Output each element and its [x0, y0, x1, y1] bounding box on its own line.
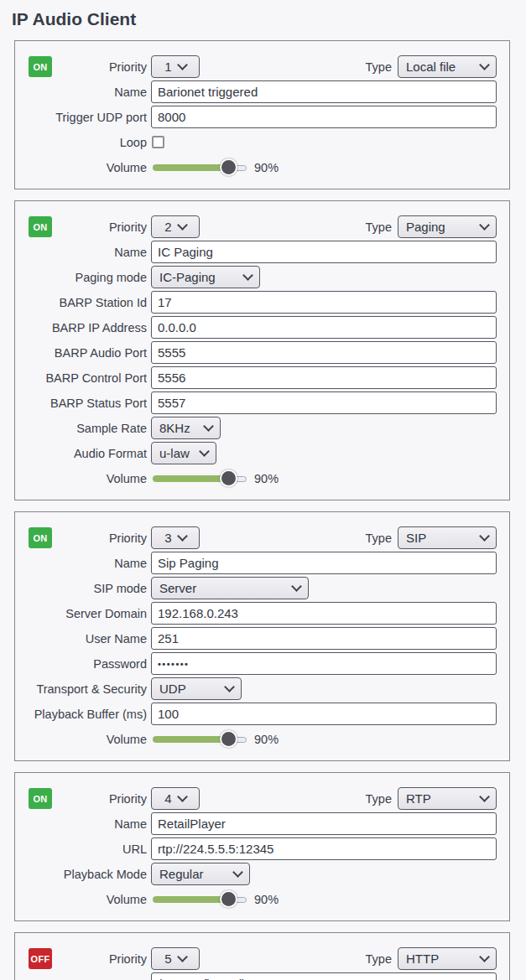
trigger-udp-port-input[interactable] — [151, 106, 497, 128]
barp-audio-port-input[interactable] — [151, 341, 497, 364]
field-label: Audio Format — [29, 447, 151, 460]
volume-slider[interactable] — [153, 890, 247, 908]
priority-label: Priority — [52, 531, 151, 545]
client-panel-2: ON Priority 2 Type Paging Name Paging mo… — [14, 200, 510, 500]
field-label: Name — [29, 557, 151, 570]
field-label: Trigger UDP port — [29, 111, 151, 124]
select-value: u-law — [159, 446, 190, 460]
barp-station-id-input[interactable] — [151, 291, 497, 314]
priority-select[interactable]: 4 — [151, 787, 200, 810]
sip-mode-select[interactable]: Server — [151, 577, 309, 599]
volume-value: 90% — [254, 893, 279, 906]
select-value: UDP — [159, 682, 186, 696]
status-badge: ON — [29, 788, 52, 809]
field-label: Sample Rate — [29, 422, 151, 435]
type-label: Type — [366, 60, 392, 74]
volume-slider[interactable] — [153, 730, 247, 748]
priority-value: 3 — [164, 531, 171, 545]
barp-status-port-input[interactable] — [151, 391, 497, 414]
priority-select[interactable]: 5 — [151, 947, 200, 970]
type-select[interactable]: HTTP — [398, 947, 497, 970]
page-title: IP Audio Client — [12, 9, 526, 29]
volume-value: 90% — [254, 472, 279, 485]
sample-rate-select[interactable]: 8KHz — [151, 417, 221, 439]
field-label: Paging mode — [29, 271, 151, 284]
password-input[interactable] — [151, 652, 497, 675]
paging-mode-select[interactable]: IC-Paging — [151, 266, 260, 288]
volume-slider[interactable] — [153, 158, 247, 176]
barp-ip-address-input[interactable] — [151, 316, 497, 339]
type-select[interactable]: Paging — [398, 215, 497, 238]
chevron-down-icon — [479, 951, 490, 962]
chevron-down-icon — [177, 220, 188, 231]
priority-label: Priority — [52, 792, 151, 806]
transport-security-select[interactable]: UDP — [151, 677, 242, 700]
client-panel-5: OFF Priority 5 Type HTTP Name — [14, 932, 510, 980]
priority-select[interactable]: 2 — [151, 215, 200, 238]
slider-handle[interactable] — [220, 730, 237, 748]
loop-checkbox[interactable] — [152, 136, 164, 148]
type-select[interactable]: SIP — [398, 526, 497, 549]
priority-label: Priority — [52, 952, 151, 966]
chevron-down-icon — [479, 791, 490, 802]
user-name-input[interactable] — [151, 627, 497, 650]
name-input[interactable] — [151, 552, 497, 574]
chevron-down-icon — [479, 220, 490, 231]
priority-value: 4 — [164, 791, 171, 806]
client-panel-1: ON Priority 1 Type Local file Name Trigg… — [14, 40, 510, 189]
field-label: Name — [29, 817, 151, 831]
field-label: User Name — [29, 632, 151, 646]
field-label: Server Domain — [29, 607, 151, 620]
playback-mode-select[interactable]: Regular — [151, 863, 250, 885]
field-label: Name — [29, 977, 151, 980]
playback-buffer-input[interactable] — [151, 703, 497, 725]
chevron-down-icon — [177, 60, 188, 70]
audio-format-select[interactable]: u-law — [151, 442, 216, 464]
type-select[interactable]: Local file — [398, 55, 497, 78]
chevron-down-icon — [479, 60, 490, 70]
url-input[interactable] — [151, 837, 497, 860]
name-input[interactable] — [151, 812, 497, 835]
type-select[interactable]: RTP — [398, 787, 497, 810]
field-label: Transport & Security — [29, 682, 151, 696]
select-value: Regular — [159, 867, 204, 881]
field-label: URL — [29, 843, 151, 856]
barp-control-port-input[interactable] — [151, 366, 497, 389]
slider-handle[interactable] — [220, 890, 237, 908]
field-label: BARP Status Port — [29, 397, 151, 410]
chevron-down-icon — [224, 682, 235, 692]
status-badge: ON — [29, 56, 52, 77]
priority-select[interactable]: 1 — [151, 55, 200, 78]
type-value: HTTP — [406, 951, 439, 966]
client-panel-3: ON Priority 3 Type SIP Name SIP mode Ser… — [14, 511, 510, 761]
field-label: Name — [29, 246, 151, 259]
field-label: Password — [29, 657, 151, 671]
name-input[interactable] — [151, 241, 497, 263]
type-value: Paging — [406, 220, 445, 234]
volume-slider[interactable] — [153, 469, 247, 487]
priority-value: 2 — [164, 220, 171, 234]
status-badge: ON — [29, 527, 52, 548]
server-domain-input[interactable] — [151, 602, 497, 625]
type-label: Type — [366, 792, 392, 806]
type-label: Type — [366, 220, 392, 234]
slider-handle[interactable] — [220, 469, 237, 487]
field-label: SIP mode — [29, 582, 151, 595]
type-label: Type — [366, 531, 392, 545]
field-label: BARP IP Address — [29, 321, 151, 334]
priority-select[interactable]: 3 — [151, 526, 200, 549]
volume-label: Volume — [29, 733, 151, 746]
chevron-down-icon — [177, 951, 188, 962]
field-label: BARP Station Id — [29, 296, 151, 309]
volume-label: Volume — [29, 161, 151, 174]
name-input[interactable] — [151, 972, 497, 980]
chevron-down-icon — [203, 421, 214, 432]
type-value: Local file — [406, 60, 456, 74]
select-value: Server — [159, 581, 196, 595]
name-input[interactable] — [151, 80, 497, 103]
chevron-down-icon — [232, 867, 243, 878]
chevron-down-icon — [177, 791, 188, 802]
select-value: IC-Paging — [159, 270, 216, 284]
slider-handle[interactable] — [220, 158, 237, 176]
volume-value: 90% — [254, 733, 279, 746]
